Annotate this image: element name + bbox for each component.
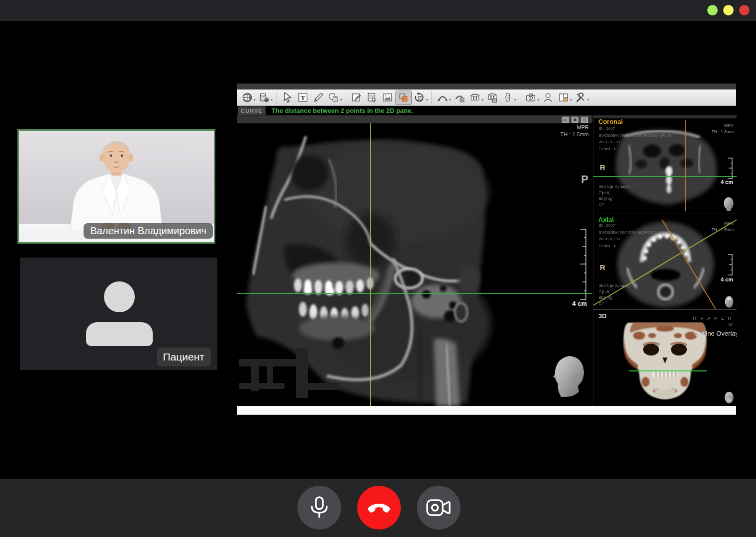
mainview-mode: MPR — [577, 124, 589, 130]
coronal-crosshair-vertical[interactable] — [685, 120, 686, 211]
toolbar-caret[interactable]: ▾ — [340, 98, 342, 102]
orientation-head-coronal — [723, 197, 735, 211]
coronal-title: Coronal — [598, 118, 623, 125]
imaging-toolbar: ▾▾T▾▾▾M▾M▾▾▾▾ — [237, 90, 736, 106]
cylinder-3d-icon[interactable] — [257, 91, 272, 104]
end-call-button[interactable] — [357, 486, 401, 530]
overlay-layers-icon[interactable] — [395, 90, 412, 105]
toolbar-caret[interactable]: ▾ — [570, 98, 572, 102]
microphone-icon — [308, 496, 330, 520]
threed-render-image — [593, 310, 737, 406]
crosshair-horizontal-green[interactable] — [237, 293, 592, 294]
snapshot-camera-icon[interactable] — [523, 91, 539, 104]
image-levels-icon[interactable] — [380, 91, 395, 104]
threed-legend: H F A P L R — [693, 316, 733, 321]
layout-panels-icon[interactable] — [556, 91, 571, 104]
arc-curve-icon[interactable] — [435, 91, 450, 104]
toolbar-caret[interactable]: ▾ — [587, 98, 589, 102]
annotate-edit-icon[interactable] — [349, 91, 365, 104]
coronal-dose: 26.03 [mGy*cm2]7 [mA] 80 [kVp]CT — [599, 184, 630, 208]
mainview-thickness: TH : 1.5mm — [561, 131, 589, 137]
axial-thickness: TH : 1.5mm — [712, 227, 734, 232]
toolbar-caret[interactable]: ▾ — [271, 98, 273, 102]
status-message: The distance between 2 points in the 2D … — [272, 106, 413, 115]
toolbar-caret[interactable]: ▾ — [538, 98, 540, 102]
axial-scale: 4 cm — [721, 276, 733, 282]
toolbar-caret[interactable]: ▾ — [482, 98, 484, 102]
pano-row-icon[interactable] — [468, 91, 483, 104]
coronal-orientation: R — [600, 163, 605, 172]
patient-avatar-head — [104, 281, 135, 312]
views-panel: Coronal ID : 5007SVOBODA VIKTORIA BORODI… — [593, 115, 737, 406]
crosshair-vertical-yellow[interactable] — [370, 123, 371, 406]
window-buttons — [707, 5, 750, 15]
screen-share-dental-ct: ▾▾T▾▾▾M▾M▾▾▾▾ CURVE The distance between… — [237, 84, 736, 417]
view-3d[interactable]: 3D H F A P L R VI Outline Overlay — [593, 310, 737, 406]
shapes-tool-icon[interactable] — [326, 91, 341, 104]
rotate-3d-icon[interactable] — [412, 91, 427, 104]
imaging-content: FL ▦ ◲ MPR TH : 1.5mm P — [237, 115, 736, 406]
toolbar-separator — [346, 91, 347, 103]
threed-sub: VI — [728, 322, 733, 327]
fit-layout-button[interactable]: FL — [562, 116, 569, 123]
globe-grid-icon[interactable] — [239, 91, 255, 104]
participant-name-patient: Пациент — [157, 348, 211, 366]
close-window-button[interactable] — [739, 5, 750, 15]
threed-overlay-label: Outline Overlay — [694, 330, 737, 337]
shared-app-bottom-strip — [237, 406, 736, 415]
svg-text:T: T — [300, 94, 305, 101]
mainview-ruler — [580, 229, 587, 300]
settings-tools-icon[interactable] — [573, 91, 588, 104]
pano-row-m-icon[interactable]: M — [484, 91, 500, 104]
tab-curve[interactable]: CURVE — [238, 106, 266, 115]
patient-avatar-body — [86, 322, 153, 346]
coronal-crosshair-horizontal[interactable] — [593, 176, 737, 177]
end-call-icon — [367, 501, 391, 515]
coronal-scale: 4 cm — [721, 179, 733, 185]
toolbar-separator — [276, 91, 277, 103]
toolbar-separator — [431, 91, 432, 103]
minimize-window-button[interactable] — [707, 5, 718, 15]
fullscreen-button[interactable]: ◲ — [580, 116, 588, 123]
view-coronal[interactable]: Coronal ID : 5007SVOBODA VIKTORIA BORODI… — [593, 115, 737, 213]
coronal-mode: MPR — [724, 123, 734, 128]
mainview-scale: 4 cm — [572, 300, 587, 307]
grid-layout-button[interactable]: ▦ — [571, 116, 579, 123]
page-pick-icon[interactable] — [365, 91, 380, 104]
orientation-head-3d — [724, 391, 735, 405]
microphone-button[interactable] — [297, 486, 341, 530]
imaging-tabrow: CURVE The distance between 2 points in t… — [237, 106, 736, 115]
toolbar-caret[interactable]: ▾ — [449, 98, 451, 102]
orientation-head-main — [552, 355, 587, 398]
text-tool-icon[interactable]: T — [295, 91, 310, 104]
toolbar-caret[interactable]: ▾ — [426, 98, 428, 102]
video-tile-doctor[interactable]: Валентин Владимирович — [17, 129, 215, 244]
svg-text:M: M — [461, 98, 464, 101]
select-cursor-icon[interactable] — [280, 91, 295, 104]
threed-slice-line[interactable] — [629, 370, 707, 371]
pencil-tool-icon[interactable] — [310, 91, 326, 104]
axial-dose: 26.03 [mGy*cm2]7 [mA] 80 [kVp]CT — [599, 283, 630, 307]
coronal-meta: ID : 5007SVOBODA VIKTORIA BORODINA [F] 2… — [599, 125, 671, 152]
implant-tooth-icon[interactable] — [500, 91, 515, 104]
axial-orientation: R — [600, 263, 605, 271]
camera-button[interactable] — [417, 486, 461, 530]
toolbar-caret[interactable]: ▾ — [514, 98, 516, 102]
patient-user-icon[interactable] — [540, 91, 556, 104]
axial-ruler — [728, 254, 734, 275]
arc-implant-icon[interactable]: M — [452, 91, 468, 104]
zoom-window-button[interactable] — [723, 5, 734, 15]
view-sagittal-main[interactable]: FL ▦ ◲ MPR TH : 1.5mm P — [237, 115, 592, 406]
view-axial[interactable]: Axial ID : 5007SVOBODA VIKTORIA BORODINA… — [593, 213, 737, 309]
shared-app-titlebar — [237, 84, 736, 90]
video-tile-patient[interactable]: Пациент — [20, 258, 217, 370]
toolbar-caret[interactable]: ▾ — [254, 98, 256, 102]
orientation-head-axial — [724, 296, 735, 309]
video-call-window: Валентин Владимирович Пациент ▾▾T▾▾▾M▾M▾… — [0, 0, 756, 537]
participant-name-doctor: Валентин Владимирович — [84, 223, 213, 239]
camera-icon — [426, 498, 452, 517]
sagittal-ct-image — [237, 115, 592, 406]
threed-title: 3D — [598, 312, 607, 320]
window-titlebar — [0, 0, 756, 21]
axial-mode: MPR — [724, 221, 734, 226]
